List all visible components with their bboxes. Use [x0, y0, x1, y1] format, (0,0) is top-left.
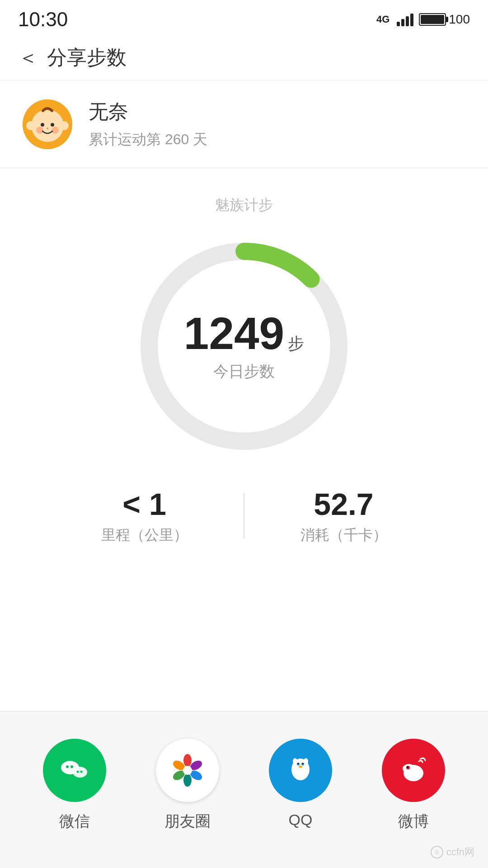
moments-label: 朋友圈 [164, 811, 211, 832]
share-weibo[interactable]: 微博 [382, 739, 445, 832]
svg-point-12 [73, 767, 87, 778]
svg-text:©: © [435, 849, 439, 856]
wechat-label: 微信 [59, 811, 90, 832]
distance-label: 里程（公里） [101, 525, 188, 545]
svg-point-3 [52, 127, 59, 134]
svg-point-32 [304, 758, 308, 764]
svg-point-2 [36, 127, 43, 134]
watermark-icon: © [430, 845, 444, 859]
battery-body [419, 13, 446, 26]
svg-point-13 [66, 765, 69, 768]
steps-label: 今日步数 [213, 361, 275, 382]
network-type: 4G [376, 14, 389, 25]
share-section: 微信 朋友圈 [0, 711, 488, 868]
stat-calories: 52.7 消耗（千卡） [244, 486, 443, 545]
svg-point-4 [41, 123, 44, 127]
header: ＜ 分享步数 [0, 35, 488, 80]
weibo-label: 微博 [398, 811, 429, 832]
battery-icon: 100 [419, 12, 470, 27]
calories-label: 消耗（千卡） [300, 525, 387, 545]
qq-icon [269, 739, 332, 802]
watermark: © ccfn网 [430, 845, 474, 859]
svg-point-29 [302, 763, 304, 764]
ring-chart: 1249步 今日步数 [131, 233, 357, 459]
moments-icon [156, 739, 219, 802]
svg-point-28 [298, 763, 299, 764]
share-qq[interactable]: QQ [269, 739, 332, 829]
user-subtitle: 累计运动第 260 天 [89, 130, 207, 150]
stats-row: < 1 里程（公里） 52.7 消耗（千卡） [18, 486, 470, 545]
battery-level: 100 [449, 12, 470, 27]
share-wechat[interactable]: 微信 [43, 739, 106, 832]
user-info: 无奈 累计运动第 260 天 [0, 80, 488, 168]
steps-unit: 步 [288, 335, 304, 352]
share-moments[interactable]: 朋友圈 [156, 739, 219, 832]
status-bar: 10:30 4G 100 [0, 0, 488, 35]
svg-point-36 [407, 766, 408, 768]
svg-point-15 [77, 771, 79, 773]
steps-count: 1249步 [184, 311, 304, 356]
distance-value: < 1 [122, 486, 166, 522]
svg-point-6 [47, 127, 48, 129]
svg-point-17 [183, 754, 192, 767]
avatar [23, 99, 72, 149]
user-details: 无奈 累计运动第 260 天 [89, 99, 207, 150]
svg-point-31 [293, 758, 297, 764]
weibo-icon [382, 739, 445, 802]
calories-value: 52.7 [314, 486, 373, 522]
wechat-icon [43, 739, 106, 802]
page-title: 分享步数 [47, 44, 127, 71]
ring-center: 1249步 今日步数 [184, 311, 304, 382]
stat-distance: < 1 里程（公里） [45, 486, 244, 545]
svg-point-23 [183, 766, 192, 775]
user-name: 无奈 [89, 99, 207, 125]
svg-point-8 [60, 121, 69, 130]
status-icons: 4G 100 [376, 12, 470, 27]
svg-point-1 [31, 109, 64, 142]
svg-point-7 [26, 121, 35, 130]
svg-point-30 [299, 766, 302, 768]
steps-section: 魅族计步 1249步 今日步数 < 1 里程（公里） 52.7 消耗（千卡） [0, 168, 488, 563]
steps-source: 魅族计步 [215, 195, 273, 215]
svg-point-14 [70, 765, 73, 768]
svg-point-16 [80, 771, 83, 773]
qq-label: QQ [289, 811, 313, 829]
watermark-text: ccfn网 [446, 845, 474, 859]
share-buttons: 微信 朋友圈 [18, 739, 470, 832]
battery-fill [421, 15, 444, 24]
svg-point-20 [183, 774, 192, 787]
status-time: 10:30 [18, 8, 68, 31]
signal-icon [397, 13, 413, 26]
back-button[interactable]: ＜ [18, 44, 38, 71]
svg-point-5 [51, 123, 54, 127]
